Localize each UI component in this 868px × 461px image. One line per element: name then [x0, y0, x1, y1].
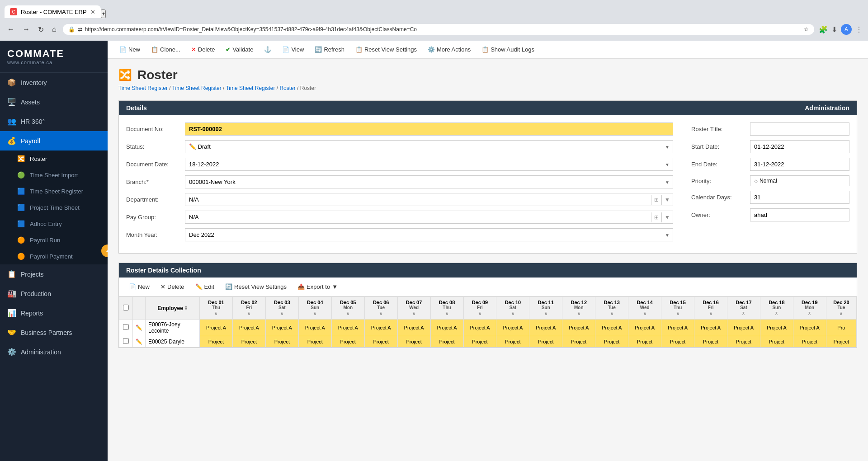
- sidebar-sub-item-project-timesheet[interactable]: 🟦 Project Time Sheet: [0, 199, 108, 216]
- dec13-sort-icon[interactable]: ⊼: [610, 311, 613, 316]
- project-cell[interactable]: Project A: [331, 320, 364, 336]
- project-cell[interactable]: Project A: [694, 320, 727, 336]
- home-button[interactable]: ⌂: [50, 24, 58, 35]
- anchor-button[interactable]: ⚓: [259, 43, 276, 56]
- month-year-select[interactable]: Dec 2022: [185, 228, 673, 241]
- project-cell[interactable]: Project: [397, 336, 430, 348]
- department-input[interactable]: [185, 193, 651, 206]
- dec15-sort-icon[interactable]: ⊼: [676, 311, 679, 316]
- owner-input[interactable]: [750, 208, 849, 221]
- employee-sort-icon[interactable]: ⊼: [184, 306, 188, 310]
- header-dec19[interactable]: Dec 19 Mon ⊼: [793, 297, 826, 320]
- sidebar-item-production[interactable]: 🏭 Production: [0, 284, 108, 303]
- address-container[interactable]: 🔒 ⇄ https://demo.commateerp.com/#ViewID=…: [63, 24, 814, 35]
- project-cell[interactable]: Project: [265, 336, 298, 348]
- project-cell[interactable]: Project: [628, 336, 661, 348]
- project-cell[interactable]: Project A: [529, 320, 562, 336]
- sidebar-item-inventory[interactable]: 📦 Inventory: [0, 73, 108, 92]
- select-all-checkbox[interactable]: [123, 305, 129, 310]
- sidebar-sub-item-payroll-run[interactable]: 🟠 Payroll Run: [0, 232, 108, 248]
- row-edit-icon[interactable]: ✏️: [136, 339, 142, 345]
- details-tab[interactable]: Details: [119, 101, 154, 115]
- dec01-sort-icon[interactable]: ⊼: [214, 311, 217, 316]
- extensions-button[interactable]: 🧩: [819, 25, 828, 34]
- header-employee[interactable]: Employee ⊼: [146, 297, 200, 320]
- project-cell[interactable]: Project: [430, 336, 463, 348]
- dec04-sort-icon[interactable]: ⊼: [313, 311, 316, 316]
- project-cell[interactable]: Project A: [200, 320, 233, 336]
- header-dec16[interactable]: Dec 16 Fri ⊼: [694, 297, 727, 320]
- sidebar-item-hr360[interactable]: 👥 HR 360°: [0, 112, 108, 131]
- reset-view-button[interactable]: 📋 Reset View Settings: [351, 43, 421, 56]
- pay-group-field-icon[interactable]: ⊞: [651, 212, 661, 222]
- new-tab-button[interactable]: +: [101, 9, 106, 18]
- row-checkbox[interactable]: [123, 324, 129, 330]
- project-cell[interactable]: Project: [562, 336, 595, 348]
- project-cell[interactable]: Pro: [826, 320, 856, 336]
- project-cell[interactable]: Project: [760, 336, 793, 348]
- header-dec09[interactable]: Dec 09 Fri ⊼: [463, 297, 496, 320]
- project-cell[interactable]: Project: [298, 336, 331, 348]
- project-cell[interactable]: Project A: [496, 320, 529, 336]
- doc-no-input[interactable]: [185, 122, 673, 136]
- project-cell[interactable]: Project: [496, 336, 529, 348]
- department-field-icon[interactable]: ⊞: [651, 195, 661, 205]
- project-cell[interactable]: Project: [463, 336, 496, 348]
- project-cell[interactable]: Project A: [265, 320, 298, 336]
- collection-export-button[interactable]: 📤 Export to ▼: [293, 281, 342, 292]
- breadcrumb-link-4[interactable]: Roster: [279, 85, 295, 91]
- dec18-sort-icon[interactable]: ⊼: [775, 311, 778, 316]
- breadcrumb-link-3[interactable]: Time Sheet Register: [226, 85, 275, 91]
- admin-tab[interactable]: Administration: [797, 101, 857, 115]
- status-select[interactable]: ✏️ Draft: [185, 140, 673, 153]
- dec05-sort-icon[interactable]: ⊼: [346, 311, 349, 316]
- dec07-sort-icon[interactable]: ⊼: [412, 311, 415, 316]
- dec14-sort-icon[interactable]: ⊼: [643, 311, 646, 316]
- pay-group-input[interactable]: [185, 211, 651, 223]
- project-cell[interactable]: Project A: [793, 320, 826, 336]
- sidebar-item-reports[interactable]: 📊 Reports: [0, 303, 108, 323]
- dec20-sort-icon[interactable]: ⊼: [840, 311, 843, 316]
- project-cell[interactable]: Project A: [430, 320, 463, 336]
- end-date-input[interactable]: [750, 158, 849, 171]
- validate-button[interactable]: ✔ Validate: [221, 43, 258, 56]
- breadcrumb-link-1[interactable]: Time Sheet Register: [118, 85, 168, 91]
- new-button[interactable]: 📄 New: [115, 43, 145, 56]
- project-cell[interactable]: Project: [595, 336, 628, 348]
- dec09-sort-icon[interactable]: ⊼: [478, 311, 481, 316]
- collection-delete-button[interactable]: ✕ Delete: [156, 281, 189, 292]
- project-cell[interactable]: Project: [727, 336, 760, 348]
- delete-button[interactable]: ✕ Delete: [187, 43, 220, 56]
- project-cell[interactable]: Project: [331, 336, 364, 348]
- header-dec15[interactable]: Dec 15 Thu ⊼: [661, 297, 694, 320]
- collection-reset-button[interactable]: 🔄 Reset View Settings: [221, 281, 291, 292]
- project-cell[interactable]: Project: [529, 336, 562, 348]
- project-cell[interactable]: Project: [793, 336, 826, 348]
- dec17-sort-icon[interactable]: ⊼: [742, 311, 745, 316]
- header-dec06[interactable]: Dec 06 Tue ⊼: [364, 297, 397, 320]
- header-dec18[interactable]: Dec 18 Sun ⊼: [760, 297, 793, 320]
- doc-date-select[interactable]: 18-12-2022: [185, 158, 673, 171]
- back-button[interactable]: ←: [5, 24, 16, 35]
- dec10-sort-icon[interactable]: ⊼: [511, 311, 514, 316]
- star-icon[interactable]: ☆: [804, 26, 809, 33]
- header-dec02[interactable]: Dec 02 Fri ⊼: [232, 297, 265, 320]
- project-cell[interactable]: Project: [364, 336, 397, 348]
- dec06-sort-icon[interactable]: ⊼: [379, 311, 382, 316]
- project-cell[interactable]: Project: [826, 336, 856, 348]
- project-cell[interactable]: Project A: [397, 320, 430, 336]
- sidebar-sub-item-timesheet-register[interactable]: 🟦 Time Sheet Register: [0, 183, 108, 199]
- project-cell[interactable]: Project A: [628, 320, 661, 336]
- breadcrumb-link-2[interactable]: Time Sheet Register: [172, 85, 222, 91]
- header-dec12[interactable]: Dec 12 Mon ⊼: [562, 297, 595, 320]
- clone-button[interactable]: 📋 Clone...: [146, 43, 185, 56]
- roster-title-input[interactable]: [750, 122, 849, 136]
- dec03-sort-icon[interactable]: ⊼: [280, 311, 283, 316]
- sidebar-item-projects[interactable]: 📋 Projects: [0, 264, 108, 284]
- project-cell[interactable]: Project A: [760, 320, 793, 336]
- collection-edit-button[interactable]: ✏️ Edit: [191, 281, 219, 292]
- project-cell[interactable]: Project A: [661, 320, 694, 336]
- header-dec10[interactable]: Dec 10 Sat ⊼: [496, 297, 529, 320]
- row-checkbox[interactable]: [123, 338, 129, 344]
- sidebar-sub-item-payroll-payment[interactable]: 🟠 Payroll Payment: [0, 248, 108, 264]
